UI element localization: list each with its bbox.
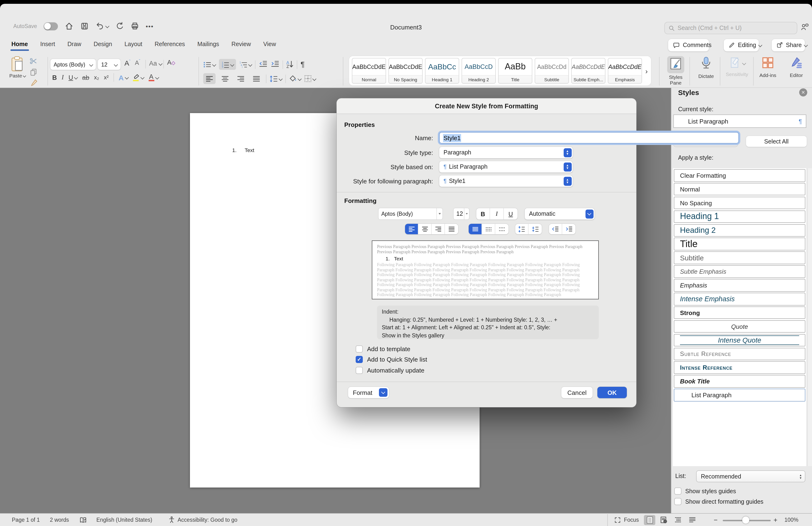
tab-mailings[interactable]: Mailings	[197, 41, 219, 47]
line-spacing-button[interactable]	[270, 75, 282, 82]
show-direct-formatting-checkbox[interactable]	[674, 498, 681, 505]
add-to-quick-style-row[interactable]: ✓ Add to Quick Style list	[356, 356, 427, 363]
ok-button[interactable]: OK	[597, 387, 627, 398]
style-item-quote[interactable]: Quote	[674, 320, 806, 333]
name-input[interactable]: Style1	[439, 132, 739, 143]
style-following-select[interactable]: ¶Style1▲▼	[439, 175, 573, 187]
add-to-template-row[interactable]: Add to template	[356, 345, 410, 353]
style-item-clear-formatting[interactable]: Clear Formatting	[674, 169, 806, 182]
subscript-button[interactable]: x₂	[94, 74, 99, 81]
add-ins-button[interactable]: Add-ins	[755, 56, 781, 78]
presence-icon[interactable]	[801, 23, 809, 31]
italic-button[interactable]: I	[62, 74, 64, 81]
automatically-update-checkbox[interactable]	[356, 367, 363, 374]
dialog-italic-button[interactable]: I	[490, 208, 504, 219]
print-layout-view-icon[interactable]	[644, 515, 655, 525]
automatically-update-row[interactable]: Automatically update	[356, 367, 424, 374]
gallery-style-emphasis[interactable]: AaBbCcDdEEmphasis	[608, 58, 642, 84]
add-to-template-checkbox[interactable]	[356, 345, 363, 353]
comments-button[interactable]: Comments	[668, 39, 709, 51]
tab-home[interactable]: Home	[11, 41, 28, 47]
style-list-scrollbar[interactable]	[807, 168, 812, 466]
align-right-button[interactable]	[432, 224, 445, 234]
cancel-button[interactable]: Cancel	[561, 387, 593, 398]
tab-review[interactable]: Review	[232, 41, 251, 47]
gallery-style-subtitle[interactable]: AaBbCcDdSubtitle	[535, 58, 569, 84]
gallery-style-heading2[interactable]: AaBbCcDHeading 2	[462, 58, 496, 84]
style-item-list-paragraph[interactable]: List Paragraph	[674, 389, 806, 401]
gallery-style-heading1[interactable]: AaBbCcHeading 1	[425, 58, 459, 84]
search-input[interactable]	[678, 25, 793, 31]
single-spacing-button[interactable]	[469, 224, 482, 234]
current-style-box[interactable]: List Paragraph ¶	[673, 114, 806, 128]
page-count[interactable]: Page 1 of 1	[12, 514, 40, 526]
decrease-indent-icon[interactable]	[259, 60, 267, 69]
font-size-combo[interactable]: 12	[98, 59, 121, 70]
share-button[interactable]: Share	[772, 39, 805, 51]
double-spacing-button[interactable]	[495, 224, 509, 234]
editing-mode-button[interactable]: Editing	[724, 39, 759, 51]
align-right-button[interactable]	[235, 73, 247, 84]
shading-button[interactable]	[289, 75, 301, 82]
tab-view[interactable]: View	[263, 41, 276, 47]
change-case-icon[interactable]: Aa	[149, 60, 162, 67]
font-color-button[interactable]: A	[148, 74, 158, 81]
gallery-style-no-spacing[interactable]: AaBbCcDdENo Spacing	[389, 58, 423, 84]
style-item-subtle-emphasis[interactable]: Subtle Emphasis	[674, 265, 806, 278]
cut-icon[interactable]	[29, 57, 38, 65]
style-item-intense-quote[interactable]: Intense Quote	[674, 334, 806, 346]
dialog-font-name-combo[interactable]: Aptos (Body)	[378, 208, 443, 219]
style-item-intense-emphasis[interactable]: Intense Emphasis	[674, 293, 806, 305]
show-paragraph-marks-icon[interactable]: ¶	[301, 60, 305, 69]
format-painter-icon[interactable]	[29, 79, 38, 89]
gallery-style-subtle-emphasis[interactable]: AaBbCcDdESubtle Emph...	[571, 58, 606, 84]
zoom-percentage[interactable]: 100%	[784, 514, 798, 526]
spellcheck-icon[interactable]	[79, 514, 87, 526]
show-styles-guides-checkbox[interactable]	[674, 487, 681, 495]
style-item-subtitle[interactable]: Subtitle	[674, 252, 806, 264]
style-item-title[interactable]: Title	[674, 238, 806, 251]
onehalf-spacing-button[interactable]	[482, 224, 495, 234]
style-item-emphasis[interactable]: Emphasis	[674, 279, 806, 292]
language-status[interactable]: English (United States)	[97, 514, 152, 526]
sort-icon[interactable]: AZ	[286, 60, 293, 68]
decrease-space-before-button[interactable]	[528, 224, 542, 234]
clear-formatting-icon[interactable]: A	[167, 59, 175, 66]
highlight-button[interactable]	[133, 74, 144, 81]
list-filter-select[interactable]: Recommended ▲▼	[696, 470, 806, 482]
show-direct-formatting-row[interactable]: Show direct formatting guides	[674, 498, 763, 505]
style-type-select[interactable]: Paragraph▲▼	[439, 147, 573, 158]
numbering-button[interactable]: 123	[219, 59, 236, 70]
justify-button[interactable]	[250, 73, 263, 84]
web-layout-view-icon[interactable]	[658, 515, 669, 525]
zoom-slider-thumb[interactable]	[742, 516, 749, 524]
gallery-style-normal[interactable]: AaBbCcDdENormal	[352, 58, 386, 84]
font-name-combo[interactable]: Aptos (Body)	[50, 59, 96, 70]
align-center-button[interactable]	[219, 73, 231, 84]
align-left-button[interactable]	[405, 224, 418, 234]
dialog-bold-button[interactable]: B	[476, 208, 490, 219]
focus-button[interactable]: Focus	[614, 514, 639, 526]
tab-insert[interactable]: Insert	[40, 41, 55, 47]
multilevel-list-button[interactable]: 1ai	[239, 61, 252, 68]
style-item-strong[interactable]: Strong	[674, 307, 806, 319]
style-item-intense-reference[interactable]: Intense Reference	[674, 361, 806, 374]
outline-view-icon[interactable]	[672, 515, 684, 525]
search-box[interactable]	[664, 22, 797, 34]
show-styles-guides-row[interactable]: Show styles guides	[674, 487, 736, 495]
select-all-button[interactable]: Select All	[746, 136, 807, 147]
accessibility-status[interactable]: Accessibility: Good to go	[178, 514, 237, 526]
align-center-button[interactable]	[418, 224, 432, 234]
decrease-indent-button[interactable]	[549, 224, 562, 234]
dialog-font-size-combo[interactable]: 12	[453, 208, 469, 219]
increase-indent-button[interactable]	[562, 224, 576, 234]
gallery-style-title[interactable]: AaBbTitle	[498, 58, 532, 84]
zoom-out-button[interactable]: −	[714, 514, 717, 526]
close-icon[interactable]: ✕	[799, 88, 807, 97]
gallery-more-icon[interactable]: ›	[645, 67, 648, 75]
strikethrough-button[interactable]: ab	[82, 74, 89, 81]
underline-button[interactable]: U	[69, 74, 78, 81]
shrink-font-icon[interactable]: Aˇ	[135, 59, 140, 66]
superscript-button[interactable]: x²	[104, 74, 108, 81]
increase-space-before-button[interactable]	[515, 224, 528, 234]
